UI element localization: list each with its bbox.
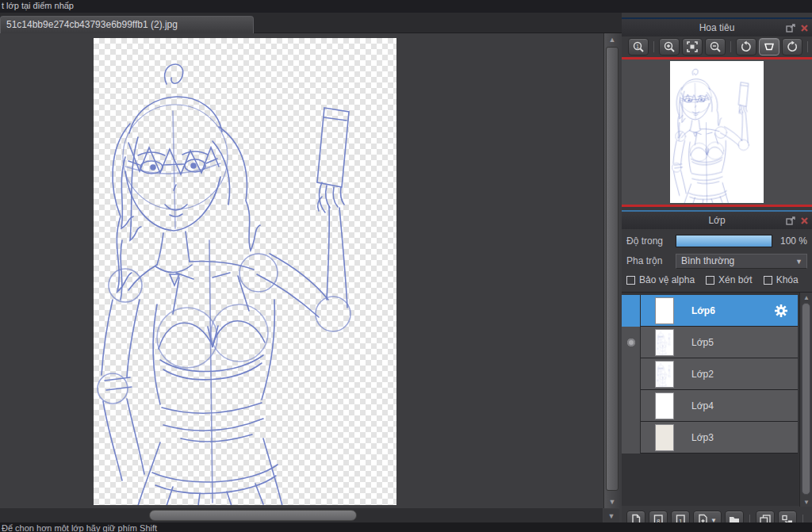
checkbox-icon: [706, 276, 714, 285]
new-1bit-layer-button[interactable]: 1: [671, 511, 690, 522]
layer-name: Lớp5: [691, 337, 714, 348]
zoom-in-button[interactable]: [659, 38, 680, 55]
toolbar-separator: [730, 41, 731, 52]
zoom-actual-button[interactable]: 1: [628, 38, 649, 55]
layer-settings-gear-icon[interactable]: [774, 304, 788, 318]
checkbox-icon: [764, 276, 772, 285]
layer-name: Lớp3: [691, 432, 714, 443]
new-8bit-layer-button[interactable]: 8: [649, 511, 668, 522]
layer-indicator-dot: [627, 339, 635, 346]
chevron-down-icon: ▼: [710, 517, 717, 523]
layer-scroll-thumb[interactable]: [802, 303, 810, 495]
checkbox-icon: [626, 276, 635, 285]
scroll-down-icon[interactable]: ▼: [800, 497, 812, 507]
layer-thumbnail: [655, 329, 674, 356]
scroll-corner-button[interactable]: ▼: [603, 509, 619, 522]
layers-title: Lớp: [622, 215, 812, 226]
layers-panel: Lớp Độ trong 100 % Pha trộn: [622, 210, 812, 522]
navigator-panel: Hoa tiêu 1: [622, 17, 812, 207]
rotate-cw-button[interactable]: [782, 38, 802, 55]
new-layer-button[interactable]: [626, 511, 645, 522]
navigator-preview-area[interactable]: [622, 59, 812, 205]
rotate-reset-button[interactable]: [759, 38, 779, 55]
add-layer-menu-button[interactable]: ▼: [693, 511, 722, 522]
popout-icon[interactable]: [786, 216, 795, 225]
lock-checkbox[interactable]: Khóa: [764, 274, 799, 285]
visibility-cell[interactable]: [622, 327, 641, 358]
svg-text:1: 1: [636, 44, 639, 49]
toolbar-separator: [653, 41, 654, 52]
rotate-ccw-button[interactable]: [736, 38, 756, 55]
toolbar-separator: [807, 41, 808, 52]
navigator-header: Hoa tiêu: [622, 19, 812, 36]
blend-mode-value: Bình thường: [681, 255, 734, 266]
merge-layer-button[interactable]: [778, 511, 797, 522]
document-tab-title: 51c14bb9e274cb43793e6b99ffb1 (2).jpg: [6, 19, 178, 30]
clipping-checkbox[interactable]: Xén bớt: [706, 274, 753, 285]
opacity-slider[interactable]: [676, 235, 772, 247]
scroll-down-icon[interactable]: ▼: [604, 496, 620, 508]
zoom-fit-button[interactable]: [682, 38, 703, 55]
visibility-cell[interactable]: [622, 422, 641, 454]
navigator-thumbnail[interactable]: [670, 61, 764, 203]
tool-hint-text: t lớp tại điểm nhấp: [2, 1, 74, 10]
layers-header: Lớp: [622, 212, 812, 229]
visibility-cell[interactable]: [622, 358, 641, 390]
new-folder-button[interactable]: [725, 511, 744, 522]
opacity-label: Độ trong: [626, 235, 676, 247]
layer-options-row: Bảo vệ alpha Xén bớt Khóa: [622, 270, 812, 289]
layer-thumbnail: [655, 392, 674, 419]
close-panel-icon[interactable]: [800, 216, 809, 225]
layer-row-lop5[interactable]: Lớp5: [622, 327, 798, 358]
horizontal-scroll-thumb[interactable]: [149, 510, 357, 521]
layer-list: Lớp6 Lớp5: [622, 292, 812, 506]
layer-name: Lớp4: [691, 400, 714, 411]
layer-row-lop3[interactable]: Lớp3: [622, 422, 798, 454]
toolbar-separator: [802, 515, 803, 522]
canvas-area[interactable]: ▲ ▼ ▼: [0, 33, 622, 522]
status-hint-text: Để chọn hơn một lớp hãy giữ phím Shift: [2, 523, 157, 532]
close-panel-icon[interactable]: [800, 24, 809, 33]
right-panel: Hoa tiêu 1: [622, 13, 812, 522]
status-bar: Để chọn hơn một lớp hãy giữ phím Shift: [0, 522, 812, 532]
visibility-cell[interactable]: [622, 390, 641, 422]
layer-toolbar: 8 1 ▼: [622, 508, 812, 522]
layer-thumbnail: [655, 424, 674, 451]
document-tab[interactable]: 51c14bb9e274cb43793e6b99ffb1 (2).jpg: [0, 16, 254, 33]
vertical-scroll-thumb[interactable]: [606, 47, 619, 491]
layer-row-lop2[interactable]: Lớp2: [622, 358, 798, 390]
protect-alpha-checkbox[interactable]: Bảo vệ alpha: [626, 274, 695, 285]
layer-name: Lớp6: [691, 305, 715, 316]
layer-row-lop6[interactable]: Lớp6: [622, 295, 798, 327]
opacity-row: Độ trong 100 %: [622, 231, 812, 251]
layer-name: Lớp2: [691, 369, 714, 380]
navigator-bottom-border: [622, 205, 812, 207]
protect-alpha-label: Bảo vệ alpha: [639, 274, 695, 285]
navigator-toolbar: 1: [622, 36, 812, 57]
zoom-out-button[interactable]: [705, 38, 726, 55]
opacity-value: 100 %: [772, 235, 807, 247]
blend-label: Pha trộn: [626, 255, 676, 266]
layer-thumbnail: [655, 297, 674, 324]
layer-list-scrollbar[interactable]: ▲ ▼: [799, 293, 812, 507]
scroll-up-icon[interactable]: ▲: [604, 33, 620, 46]
drawing-canvas[interactable]: [94, 38, 396, 505]
popout-icon[interactable]: [786, 24, 795, 33]
navigator-title: Hoa tiêu: [622, 22, 812, 33]
scroll-up-icon[interactable]: ▲: [800, 293, 812, 302]
top-hint-bar: t lớp tại điểm nhấp: [0, 0, 812, 13]
app-window: t lớp tại điểm nhấp 51c14bb9e274cb43793e…: [0, 0, 812, 532]
duplicate-layer-button[interactable]: [756, 511, 775, 522]
blend-row: Pha trộn Bình thường ▼: [622, 251, 812, 270]
canvas-vertical-scrollbar[interactable]: ▲ ▼: [603, 33, 619, 508]
blend-mode-select[interactable]: Bình thường ▼: [676, 254, 807, 269]
canvas-horizontal-scrollbar[interactable]: [0, 508, 603, 522]
clipping-label: Xén bớt: [718, 274, 753, 285]
layer-row-lop4[interactable]: Lớp4: [622, 390, 798, 422]
toolbar-separator: [749, 515, 750, 522]
chevron-down-icon: ▼: [795, 258, 802, 266]
lock-label: Khóa: [776, 274, 799, 285]
visibility-cell[interactable]: [622, 295, 641, 327]
layer-thumbnail: [655, 361, 674, 388]
sketch-artwork: [94, 38, 396, 505]
